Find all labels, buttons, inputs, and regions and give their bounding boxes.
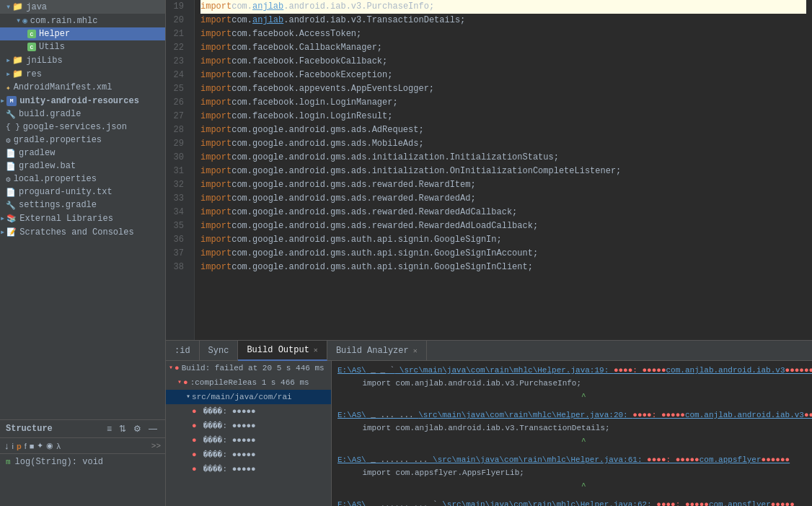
sidebar-item-external-libraries[interactable]: 📚 External Libraries <box>0 211 165 225</box>
arrow-open-icon <box>6 1 12 12</box>
sidebar-item-manifest[interactable]: ✦ AndroidManifest.xml <box>0 81 165 94</box>
ln-25: 25 <box>166 82 188 96</box>
err-icon4: ● <box>192 449 200 461</box>
sidebar-item-settingsgradle[interactable]: 🔧 settings.gradle <box>0 199 165 211</box>
sidebar-item-res[interactable]: 📁 res <box>0 67 165 81</box>
code-line-31: import com.google.android.gms.ads.initia… <box>200 165 806 178</box>
tab-build-output-close[interactable]: ✕ <box>314 346 318 354</box>
tab-build-analyzer[interactable]: Build Analyzer ✕ <box>327 341 427 361</box>
tab-id[interactable]: :id <box>166 341 200 361</box>
build-item-src[interactable]: ▾ src/main/java/com/rai <box>166 390 331 404</box>
struct-btn6[interactable]: ✦ <box>37 441 43 450</box>
struct-btn3[interactable]: p <box>17 442 22 450</box>
build-item-err5[interactable]: ● ����: ●●●●● <box>166 462 331 476</box>
build-output-path1[interactable]: E:\AS\ _ _ ` \src\main\java\com\rain\mhl… <box>337 364 806 377</box>
build-item-err4[interactable]: ● ����: ●●●●● <box>166 448 331 462</box>
sidebar-item-scratches[interactable]: 📝 Scratches and Consoles <box>0 225 165 239</box>
err-label2: ����: ●●●●● <box>203 420 256 432</box>
build-item-failed[interactable]: ▾ ● Build: failed at 20 5 s 446 ms <box>166 361 331 375</box>
ln-35: 35 <box>166 219 188 233</box>
class-icon: C <box>27 30 36 38</box>
props-icon2: ⚙ <box>6 175 11 184</box>
build-output-path2[interactable]: E:\AS\ _ ... ... \src\main\java\com\rain… <box>337 409 806 422</box>
sidebar-item-label: AndroidManifest.xml <box>14 82 112 92</box>
ln-27: 27 <box>166 110 188 123</box>
structure-item-0[interactable]: m log(String): void <box>0 455 165 468</box>
struct-btn2[interactable]: i <box>12 442 14 450</box>
build-item-compile[interactable]: ▾ ● :compileReleas 1 s 466 ms <box>166 375 331 390</box>
sidebar-item-label: settings.gradle <box>19 200 97 210</box>
struct-btn7[interactable]: ◉ <box>46 441 53 450</box>
structure-btn-order[interactable]: ⇅ <box>117 423 128 435</box>
sidebar-item-gradlew[interactable]: 📄 gradlew <box>0 147 165 160</box>
build-right: E:\AS\ _ _ ` \src\main\java\com\rain\mhl… <box>332 361 812 506</box>
sidebar-item-googleservices[interactable]: { } google-services.json <box>0 121 165 134</box>
gradle-icon2: 🔧 <box>6 201 16 210</box>
tab-id-label: :id <box>175 346 190 356</box>
arrow-closed-icon3 <box>0 95 6 106</box>
code-content[interactable]: import com.anjlab.android.iab.v3.Purchas… <box>195 0 812 340</box>
class-icon2: C <box>27 43 36 51</box>
ln-29: 29 <box>166 137 188 151</box>
build-output-empty2 <box>337 448 806 453</box>
structure-btn-close[interactable]: — <box>146 423 159 435</box>
sidebar-item-package[interactable]: ◉ com.rain.mhlc <box>0 14 165 27</box>
tab-build-analyzer-close[interactable]: ✕ <box>413 346 418 355</box>
err-icon1: ● <box>192 406 200 417</box>
build-output-code2: import com.anjlab.android.iab.v3.Transac… <box>343 422 806 435</box>
structure-btn-sort[interactable]: ≡ <box>105 423 114 435</box>
sidebar-item-label: gradle.properties <box>14 135 102 145</box>
xml-icon: ✦ <box>6 83 11 92</box>
code-line-28: import com.google.android.gms.ads.AdRequ… <box>200 123 806 137</box>
tab-sync[interactable]: Sync <box>200 341 239 361</box>
code-line-36: import com.google.android.gms.auth.api.s… <box>200 233 806 247</box>
struct-btn8[interactable]: λ <box>56 442 61 450</box>
sidebar-item-gradlewbat[interactable]: 📄 gradlew.bat <box>0 160 165 173</box>
ln-32: 32 <box>166 178 188 192</box>
sidebar-item-jnilibs[interactable]: 📁 jniLibs <box>0 53 165 67</box>
ln-28: 28 <box>166 123 188 137</box>
props-icon: ⚙ <box>6 136 11 145</box>
tab-build-analyzer-label: Build Analyzer <box>336 346 409 356</box>
build-output-path3[interactable]: E:\AS\ _ ...... ... \src\main\java\com\r… <box>337 453 806 466</box>
sidebar-tree: 📁 java ◉ com.rain.mhlc C Helper C Utils <box>0 0 165 419</box>
code-line-21: import com.facebook.AccessToken; <box>200 27 806 41</box>
sidebar-item-label: Helper <box>39 29 70 39</box>
structure-btn-settings[interactable]: ⚙ <box>131 423 144 435</box>
structure-header: Structure ≡ ⇅ ⚙ — <box>0 420 165 438</box>
sidebar-item-helper[interactable]: C Helper <box>0 27 165 40</box>
struct-more[interactable]: >> <box>151 442 161 450</box>
struct-btn4[interactable]: f <box>25 442 27 450</box>
code-line-30: import com.google.android.gms.ads.initia… <box>200 151 806 165</box>
build-output-path4[interactable]: E:\AS\ _ ...... ... ` \src\main\java\com… <box>337 498 806 506</box>
err-label3: ����: ●●●●● <box>203 435 256 446</box>
sidebar-item-gradleprops[interactable]: ⚙ gradle.properties <box>0 134 165 147</box>
src-label: src/main/java/com/rai <box>192 391 292 403</box>
build-item-err1[interactable]: ● ����: ●●●●● <box>166 404 331 419</box>
sidebar-item-utils[interactable]: C Utils <box>0 40 165 53</box>
build-output-caret1: ^ <box>343 390 806 403</box>
code-line-33: import com.google.android.gms.ads.reward… <box>200 192 806 206</box>
code-line-35: import com.google.android.gms.ads.reward… <box>200 219 806 233</box>
build-item-err3[interactable]: ● ����: ●●●●● <box>166 433 331 448</box>
tab-build-output[interactable]: Build Output ✕ <box>238 341 327 361</box>
bottom-content: ▾ ● Build: failed at 20 5 s 446 ms ▾ ● :… <box>166 361 812 506</box>
struct-btn1[interactable]: ↓ <box>4 440 9 451</box>
code-line-25: import com.facebook.appevents.AppEventsL… <box>200 82 806 96</box>
ln-36: 36 <box>166 233 188 247</box>
module-icon: M <box>6 96 17 106</box>
code-line-38: import com.google.android.gms.auth.api.s… <box>200 261 806 274</box>
sidebar-item-localprops[interactable]: ⚙ local.properties <box>0 173 165 186</box>
sidebar-item-buildgradle[interactable]: 🔧 build.gradle <box>0 108 165 121</box>
sidebar-item-java[interactable]: 📁 java <box>0 0 165 14</box>
struct-btn5[interactable]: ■ <box>30 442 35 450</box>
err-icon2: ● <box>192 420 200 432</box>
arrow-closed-icon4 <box>0 213 6 224</box>
ln-34: 34 <box>166 206 188 219</box>
sidebar-item-proguard[interactable]: 📄 proguard-unity.txt <box>0 186 165 199</box>
code-line-34: import com.google.android.gms.ads.reward… <box>200 206 806 219</box>
sidebar-item-unity[interactable]: M unity-android-resources <box>0 94 165 108</box>
build-failed-label: Build: failed at 20 5 s 446 ms <box>182 362 325 374</box>
struct-method-icon: m <box>6 458 11 466</box>
build-item-err2[interactable]: ● ����: ●●●●● <box>166 419 331 433</box>
